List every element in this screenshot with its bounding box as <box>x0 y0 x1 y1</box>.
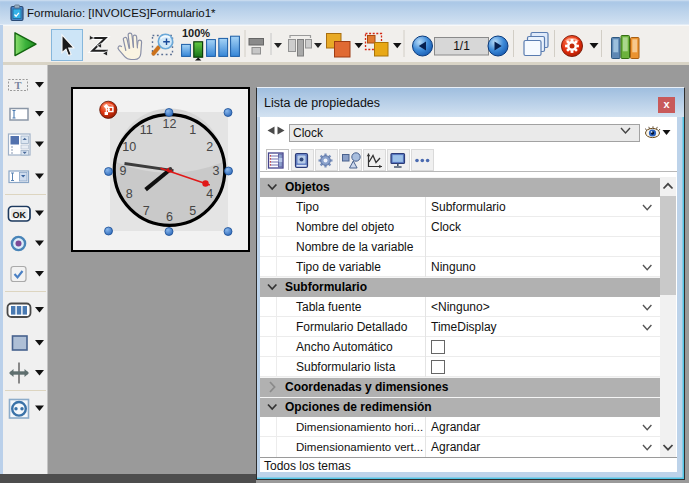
svg-text:8: 8 <box>126 187 133 201</box>
svg-text:1: 1 <box>189 123 196 137</box>
svg-text:4: 4 <box>206 187 213 201</box>
svg-text:100%: 100% <box>182 27 210 39</box>
svg-text:12: 12 <box>163 117 177 131</box>
svg-text:OK: OK <box>13 210 27 220</box>
svg-text:1/1: 1/1 <box>453 39 470 53</box>
svg-text:T: T <box>14 80 21 91</box>
svg-text:6: 6 <box>166 210 173 224</box>
svg-text:5: 5 <box>189 204 196 218</box>
svg-text:2: 2 <box>206 140 213 154</box>
svg-text:9: 9 <box>120 164 127 178</box>
svg-text:7: 7 <box>143 204 150 218</box>
svg-text:10: 10 <box>122 140 136 154</box>
svg-text:3: 3 <box>213 164 220 178</box>
svg-text:11: 11 <box>140 123 153 137</box>
